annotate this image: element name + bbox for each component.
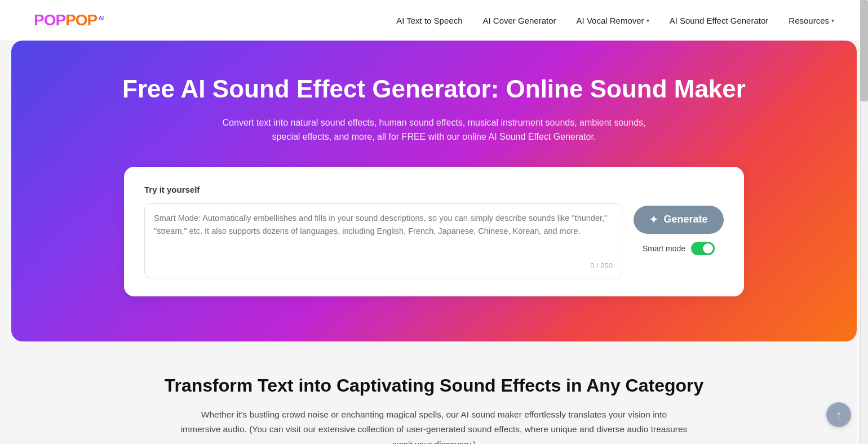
- generate-label: Generate: [663, 214, 707, 225]
- section-title: Transform Text into Captivating Sound Ef…: [45, 375, 823, 396]
- nav-item-text-to-speech[interactable]: AI Text to Speech: [396, 16, 462, 25]
- nav-item-vocal-remover[interactable]: AI Vocal Remover ▾: [577, 16, 649, 25]
- section-text: Whether it's bustling crowd noise or enc…: [180, 407, 688, 444]
- vocal-remover-chevron-icon: ▾: [646, 17, 649, 24]
- side-controls: ✦ Generate Smart mode: [634, 203, 724, 255]
- nav-item-cover-generator[interactable]: AI Cover Generator: [483, 16, 556, 25]
- scrollbar[interactable]: [860, 0, 868, 444]
- hero-section: Free AI Sound Effect Generator: Online S…: [11, 41, 857, 341]
- logo-pop1: POP: [34, 11, 65, 29]
- hero-subtitle: Convert text into natural sound effects,…: [214, 116, 654, 144]
- resources-chevron-icon: ▾: [831, 17, 834, 24]
- smart-mode-label: Smart mode: [643, 244, 685, 253]
- sound-description-input[interactable]: [154, 212, 613, 257]
- scrollbar-thumb[interactable]: [860, 0, 868, 101]
- smart-mode-toggle[interactable]: [691, 242, 715, 255]
- header: POP POP AI AI Text to Speech AI Cover Ge…: [0, 0, 868, 41]
- main-nav: AI Text to Speech AI Cover Generator AI …: [396, 16, 834, 25]
- logo-pop2: POP: [65, 11, 97, 29]
- logo-ai: AI: [98, 15, 103, 21]
- smart-mode-row: Smart mode: [643, 242, 715, 255]
- text-input-wrapper[interactable]: 0 / 250: [144, 203, 622, 278]
- logo[interactable]: POP POP AI: [34, 11, 103, 29]
- generate-button[interactable]: ✦ Generate: [634, 206, 724, 234]
- nav-item-resources[interactable]: Resources ▾: [789, 16, 834, 25]
- char-count: 0 / 250: [154, 261, 613, 270]
- card-input-row: 0 / 250 ✦ Generate Smart mode: [144, 203, 724, 278]
- card-label: Try it yourself: [144, 185, 724, 194]
- nav-item-sound-effect[interactable]: AI Sound Effect Generator: [670, 16, 769, 25]
- scroll-to-top-button[interactable]: ↑: [826, 402, 851, 427]
- generate-icon: ✦: [649, 214, 658, 226]
- scroll-top-icon: ↑: [836, 409, 842, 421]
- hero-title: Free AI Sound Effect Generator: Online S…: [56, 74, 812, 104]
- generator-card: Try it yourself 0 / 250 ✦ Generate Smart…: [124, 167, 744, 296]
- bottom-section: Transform Text into Captivating Sound Ef…: [0, 341, 868, 444]
